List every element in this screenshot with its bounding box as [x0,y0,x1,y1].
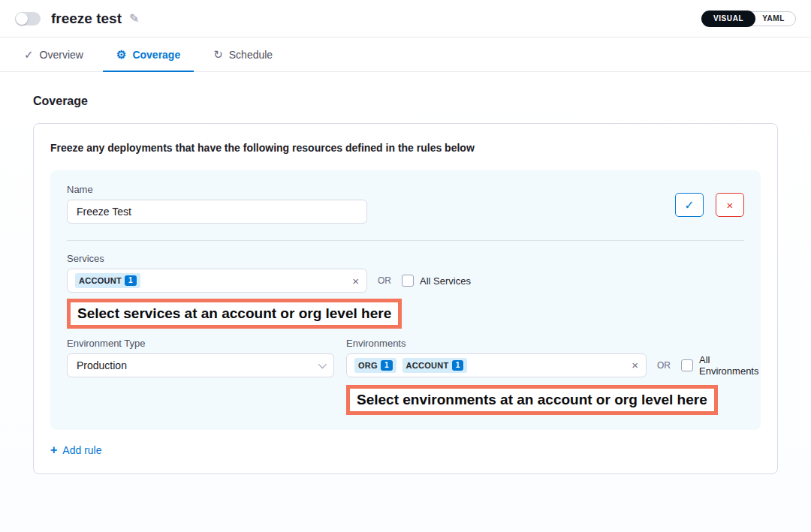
coverage-heading: Coverage [33,72,778,108]
service-tag-count: 1 [125,275,137,286]
service-tag: ACCOUNT 1 [75,273,140,288]
environment-tag-account: ACCOUNT 1 [402,358,468,373]
schedule-icon: ↻ [213,48,223,62]
service-tag-label: ACCOUNT [79,276,122,285]
environments-group: Environments ORG 1 ACCOUNT 1 × [346,338,647,377]
all-services-label: All Services [420,275,471,287]
all-services-row: All Services [402,275,471,287]
tab-bar: ✓ Overview ⚙ Coverage ↻ Schedule [0,38,811,72]
environment-type-value: Production [77,359,127,371]
add-rule-button[interactable]: + Add rule [50,443,102,457]
environments-label: Environments [346,338,647,349]
rule-actions: ✓ × [675,184,744,217]
services-label: Services [67,253,744,264]
environment-type-select[interactable]: Production [67,353,334,377]
chevron-down-icon [318,360,327,368]
services-or-text: OR [378,275,391,286]
all-environments-side: OR All Environments [647,338,758,377]
all-environments-row: All Environments [681,354,758,377]
environment-tag-account-count: 1 [452,360,464,371]
tab-coverage[interactable]: ⚙ Coverage [100,38,197,71]
rule-name-input[interactable] [67,200,367,224]
top-bar: freeze test ✎ VISUAL YAML [0,0,811,38]
environment-tag-org: ORG 1 [354,358,396,373]
environment-type-group: Environment Type Production [67,338,334,377]
environment-tag-org-count: 1 [381,360,393,371]
tab-schedule[interactable]: ↻ Schedule [197,38,289,71]
visual-yaml-switch: VISUAL YAML [701,11,796,27]
tab-overview-label: Overview [40,49,83,61]
rule-name-row: Name ✓ × [67,184,744,224]
all-environments-label: All Environments [699,354,758,377]
coverage-description: Freeze any deployments that have the fol… [50,142,761,154]
add-rule-label: Add rule [62,444,101,456]
gear-icon: ⚙ [116,48,126,62]
name-field-group: Name [67,184,367,224]
environments-clear-icon[interactable]: × [632,359,638,371]
all-services-checkbox[interactable] [402,275,414,287]
environment-type-label: Environment Type [67,338,334,349]
environments-input[interactable]: ORG 1 ACCOUNT 1 × [346,353,647,377]
delete-rule-button[interactable]: × [716,193,744,217]
name-label: Name [67,184,367,195]
environment-tag-account-label: ACCOUNT [406,361,449,370]
environment-tag-org-label: ORG [358,361,378,370]
check-icon: ✓ [24,48,34,62]
services-annotation: Select services at an account or org lev… [67,299,402,329]
rule-editor-panel: Name ✓ × Services ACCOUNT 1 × [50,170,761,430]
coverage-page: Coverage Freeze any deployments that hav… [0,72,811,532]
services-clear-icon[interactable]: × [352,275,359,287]
services-input[interactable]: ACCOUNT 1 × [67,269,367,293]
confirm-rule-button[interactable]: ✓ [675,193,704,217]
plus-icon: + [50,443,57,457]
services-row: ACCOUNT 1 × OR All Services [67,269,744,293]
edit-title-icon[interactable]: ✎ [129,11,139,26]
page-title: freeze test [51,11,122,27]
all-environments-checkbox[interactable] [681,359,693,371]
environment-row: Environment Type Production Environments… [67,338,744,377]
tab-coverage-label: Coverage [132,49,180,61]
freeze-enabled-toggle[interactable] [15,12,41,26]
environments-annotation: Select environments at an account or org… [346,385,718,415]
tab-overview[interactable]: ✓ Overview [8,38,100,71]
tab-schedule-label: Schedule [229,49,273,61]
toggle-knob [16,13,28,25]
environments-or-text: OR [657,360,671,371]
coverage-card: Freeze any deployments that have the fol… [33,123,778,474]
mode-visual-button[interactable]: VISUAL [701,11,755,27]
divider [67,240,744,241]
